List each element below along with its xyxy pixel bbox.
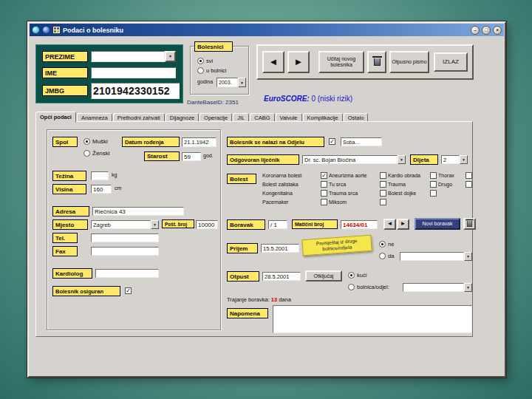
- dropdown-arrow-icon[interactable]: [464, 252, 472, 261]
- radio-label: bolnica/odjel:: [357, 284, 389, 290]
- otpust-dest-select[interactable]: [403, 283, 472, 292]
- osiguran-checkbox[interactable]: [125, 287, 132, 294]
- bolest-checkbox[interactable]: [380, 190, 386, 197]
- maticni-label: Matični broj: [292, 219, 338, 229]
- exit-button[interactable]: IZLAZ: [434, 52, 468, 72]
- bolest-checkbox[interactable]: [430, 181, 437, 188]
- otpust-dest-value: [403, 283, 464, 292]
- radio-label: u bolnici: [206, 67, 227, 74]
- bolesnici-u-bolnici-radio[interactable]: u bolnici: [197, 67, 227, 74]
- tezina-input[interactable]: [91, 171, 109, 180]
- kardiolog-input[interactable]: [95, 269, 159, 278]
- bolest-checkbox[interactable]: [466, 172, 472, 179]
- premjestaj-da-radio[interactable]: da: [379, 253, 394, 259]
- otpust-bolnica-radio[interactable]: bolnica/odjel:: [348, 284, 389, 290]
- dropdown-arrow-icon[interactable]: [464, 283, 472, 292]
- bolest-checkbox[interactable]: [321, 190, 327, 197]
- discharge-letter-button[interactable]: Otpusno pismo: [389, 51, 429, 73]
- otpust-input[interactable]: 28.5.2001: [262, 272, 301, 281]
- bolest-checkbox[interactable]: [380, 199, 386, 205]
- godina-select[interactable]: 2003.: [216, 78, 246, 87]
- visina-unit: cm: [115, 185, 121, 191]
- mjesto-label: Mjesto: [52, 219, 88, 230]
- bolest-item: Aneurizma aorte: [329, 171, 386, 180]
- napomena-textarea[interactable]: [273, 305, 472, 333]
- database-id-text: DanteBaseID: 2351: [187, 99, 239, 106]
- maticni-input[interactable]: 14634/01: [341, 220, 378, 229]
- bolest-item: Thorax: [438, 171, 472, 180]
- datum-rodjenja-input[interactable]: 21.1.1942: [182, 137, 216, 147]
- boravak-prev-button[interactable]: ◄: [383, 219, 396, 230]
- euroscore-label: EuroSCORE:: [264, 95, 310, 103]
- novi-boravak-button[interactable]: Novi boravak: [415, 218, 460, 230]
- premjestaj-select[interactable]: [400, 252, 472, 261]
- prezime-dropdown-arrow-icon[interactable]: ▼: [165, 51, 176, 62]
- bolesnici-svi-radio[interactable]: svi: [197, 58, 213, 64]
- visina-input[interactable]: 160: [91, 185, 112, 194]
- delete-patient-button[interactable]: [367, 51, 386, 73]
- mjesto-select[interactable]: Zagreb: [91, 220, 159, 229]
- bolest-checkbox[interactable]: [380, 172, 386, 179]
- ime-input[interactable]: [91, 67, 176, 78]
- trash-icon: [374, 58, 381, 66]
- odjel-input[interactable]: Soba...: [341, 137, 382, 146]
- starost-unit: god.: [203, 153, 214, 158]
- lijecnik-select[interactable]: Dr. sc. Bojan Biočina: [302, 155, 406, 164]
- bolest-item: Tu srca: [329, 180, 386, 188]
- bolest-checkbox[interactable]: [430, 190, 437, 197]
- prijem-input[interactable]: 15.5.2001: [261, 244, 299, 253]
- dropdown-arrow-icon[interactable]: [151, 220, 159, 229]
- boravak-input[interactable]: / 1: [268, 220, 287, 229]
- osiguran-label: Bolesnik osiguran: [52, 286, 120, 296]
- maximize-button[interactable]: □: [482, 26, 491, 35]
- dropdown-arrow-icon[interactable]: [238, 78, 246, 87]
- bolest-checkbox[interactable]: [380, 181, 386, 188]
- tab-op-i-podaci[interactable]: Opći podaci: [35, 112, 76, 123]
- close-button[interactable]: ×: [493, 26, 502, 35]
- bolest-grid: Koronarna bolestBolest zalistakaKongenit…: [262, 171, 472, 206]
- previous-patient-button[interactable]: ◄: [262, 51, 284, 73]
- jmbg-input[interactable]: 2101942330152: [91, 83, 180, 99]
- dijeta-select[interactable]: 2: [441, 155, 468, 164]
- app-icon-secondary: [42, 26, 50, 34]
- load-new-patient-button[interactable]: Učitaj novog bolesnika: [318, 51, 364, 73]
- bolest-item: Pacemaker: [262, 197, 327, 206]
- adresa-input[interactable]: Riečnica 43: [92, 207, 184, 216]
- bolest-item: Bolest zalistaka: [262, 180, 327, 188]
- bolest-checkbox[interactable]: [321, 199, 327, 205]
- boravak-next-button[interactable]: ►: [397, 219, 409, 230]
- delete-boravak-button[interactable]: [463, 218, 476, 230]
- spol-zenski-radio[interactable]: Ženski: [83, 150, 110, 157]
- bolest-checkbox[interactable]: [321, 181, 327, 188]
- next-patient-button[interactable]: ►: [287, 51, 310, 73]
- trajanje-label: Trajanje boravka:: [227, 296, 270, 303]
- dropdown-arrow-icon[interactable]: [398, 155, 406, 164]
- fax-input[interactable]: [91, 247, 159, 256]
- prezime-input[interactable]: [91, 51, 165, 62]
- trajanje-unit: dana: [279, 296, 291, 303]
- fax-label: Fax: [52, 246, 78, 256]
- bolest-checkbox[interactable]: [321, 172, 327, 179]
- otpust-kuci-radio[interactable]: kući: [348, 272, 366, 279]
- trash-icon: [467, 221, 472, 227]
- radio-label: ne: [388, 241, 394, 248]
- tab-strip: Opći podaciAnamnezaPrethodni zahvatiDija…: [35, 111, 473, 122]
- bolest-checkbox[interactable]: [430, 172, 437, 179]
- bolesnici-title: Bolesnici: [194, 41, 233, 52]
- bolest-item: Trauma srca: [329, 188, 386, 197]
- minimize-button[interactable]: –: [471, 26, 480, 35]
- post-broj-input[interactable]: 10000: [196, 220, 218, 229]
- bolest-item-label: Bolest dojke: [388, 191, 416, 196]
- bolest-checkbox[interactable]: [466, 181, 472, 188]
- tel-input[interactable]: [91, 233, 159, 242]
- spol-muski-radio[interactable]: Muški: [83, 138, 108, 145]
- starost-input[interactable]: 59: [182, 152, 201, 161]
- titlebar[interactable]: Podaci o bolesniku – □ ×: [30, 24, 504, 36]
- odjel-checkbox[interactable]: [329, 138, 335, 145]
- dropdown-arrow-icon[interactable]: [460, 155, 468, 164]
- bolest-item-label: Kongenitalna: [262, 191, 293, 196]
- otkljucaj-button[interactable]: Otključaj: [305, 270, 342, 282]
- prijem-label: Prijem: [227, 243, 258, 253]
- premjestaj-ne-radio[interactable]: ne: [379, 241, 394, 248]
- form-icon: [52, 26, 61, 34]
